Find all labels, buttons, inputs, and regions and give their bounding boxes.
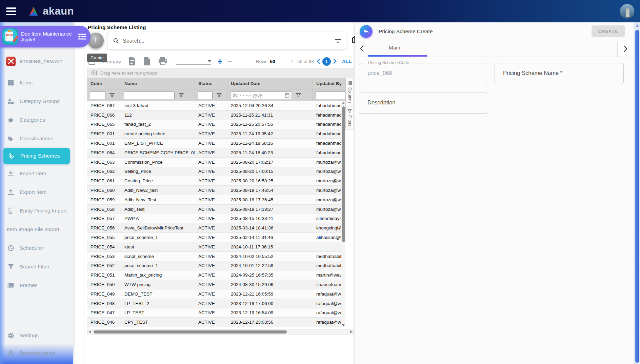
grid-hscroll-thumb[interactable] [94,330,287,333]
sidebar-item-settings[interactable]: Settings [0,327,73,344]
table-row[interactable]: PRICE_048 LP_TEST_2 ACTIVE 2023-12-19 17… [87,299,345,308]
row-groups-dropzone[interactable]: Drag here to set row groups [87,68,354,78]
pricing-scheme-listing-panel: Pricing Scheme Listing + 2 Create Summar… [75,22,354,364]
scroll-up-icon[interactable] [342,102,345,104]
name-filter-input[interactable] [124,92,175,99]
table-row[interactable]: PRICE_046 CPY_TEST ACTIVE 2023-12-17 23:… [87,318,345,327]
frames-icon [7,281,15,289]
search-input[interactable] [123,38,335,44]
column-header-updated-date[interactable]: Updated Date [227,78,313,89]
table-row[interactable]: PRICE_060 Adib_New2_test ACTIVE 2025-08-… [87,186,345,195]
sidebar-item-categories[interactable]: Categories [0,110,73,129]
listing-toolbar: Summary + − Rows:50 1 - 50 of 68 1 ALL [87,55,352,67]
name-filter-funnel-icon[interactable] [179,93,184,98]
template-dropdown[interactable] [176,58,211,65]
sidebar-item-items[interactable]: Items [0,73,73,92]
table-row[interactable]: PRICE_066 112 ACTIVE 2025-11-25 21:41:31… [87,110,345,120]
table-row[interactable]: PRICE_047 LP_TEST ACTIVE 2023-12-19 16:5… [87,308,345,318]
sidebar-collapse-icon[interactable] [78,33,86,40]
scheduler-icon [7,244,15,252]
columns-tool-tab[interactable]: Columns [346,78,354,106]
tabs-scroll-left-icon[interactable] [360,45,364,52]
window-scrollbar[interactable] [634,22,640,364]
window-scroll-thumb[interactable] [635,30,639,363]
applet-banner[interactable]: DOC Doc Item Maintenance Applet [0,26,91,47]
filters-tool-tab[interactable]: Filters [346,106,354,129]
sidebar-item-export-item[interactable]: Export Item [0,183,73,201]
user-avatar[interactable] [620,4,635,19]
table-row[interactable]: PRICE_054 ktest ACTIVE 2024-10-11 17:36:… [87,242,345,252]
column-header-updated-by[interactable]: Updated By [313,78,345,89]
sidebar-item-item-image-file-import[interactable]: Item Image File Import [0,220,73,239]
page-1-button[interactable]: 1 [322,57,331,66]
column-header-status[interactable]: Status [195,78,227,89]
column-header-name[interactable]: Name [121,78,195,89]
table-row[interactable]: PRICE_055 price_scheme_1 ACTIVE 2025-02-… [87,233,345,242]
table-row[interactable]: PRICE_056 Avva_SellBelowMinPriceTest ACT… [87,223,345,233]
export-file-icon[interactable] [128,57,136,66]
next-page-icon[interactable] [333,59,337,64]
table-row[interactable]: PRICE_001 create pricing schee ACTIVE 20… [87,129,345,139]
table-row[interactable]: PRICE_064 PRICE SCHEME COPY PRICE_001 AC… [87,148,345,158]
code-filter-funnel-icon[interactable] [109,93,115,98]
table-row[interactable]: PRICE_050 WTW pricing ACTIVE 2024-08-30 … [87,280,345,289]
sidebar-item-category-groups[interactable]: Category Groups [0,92,73,110]
table-row[interactable]: PRICE_058 Adib_Test ACTIVE 2025-08-18 17… [87,205,345,214]
table-row[interactable]: PRICE_065 fahad_test_2 ACTIVE 2025-11-25… [87,120,345,129]
sidebar-item-search-filter[interactable]: Search Filter [0,257,73,276]
table-row[interactable]: PRICE_067 test 3 fahad ACTIVE 2025-12-04… [87,101,345,110]
entity-pricing-icon [7,207,15,215]
create-tooltip: Create [87,54,107,62]
sidebar-item-scheduler[interactable]: Scheduler [0,239,73,257]
pricing-scheme-name-field[interactable]: Pricing Scheme Name * [495,63,624,84]
table-row[interactable]: PRICE_001 EMP_LIST_PRICE ACTIVE 2025-11-… [87,139,345,148]
updated-date-filter-input[interactable]: dd - - - - yyyy [230,92,292,99]
description-field[interactable]: Description [359,93,488,114]
sidebar-item-frames[interactable]: Frames [0,276,73,295]
table-row[interactable]: PRICE_059 Adib_New_Test ACTIVE 2025-08-1… [87,195,345,205]
scroll-down-icon[interactable] [342,324,345,326]
remove-column-icon[interactable]: − [227,58,232,65]
items-icon [7,79,15,87]
sidebar-item-pricing-schemes[interactable]: $ Pricing Schemes [3,148,70,164]
table-row[interactable]: PRICE_053 script_scheme ACTIVE 2024-10-0… [87,252,345,261]
table-row[interactable]: PRICE_061 Costing_Price ACTIVE 2025-08-2… [87,176,345,186]
tenant-selector[interactable]: STAGING_TENANT [0,54,73,69]
hamburger-menu-icon[interactable] [6,7,16,15]
blank-file-icon[interactable] [143,57,151,66]
scroll-left-icon[interactable] [88,330,91,333]
updated-by-filter-input[interactable] [316,92,345,99]
create-submit-button[interactable]: CREATE [592,25,625,37]
add-column-icon[interactable]: + [217,58,222,65]
grid-horizontal-scrollbar[interactable] [87,329,354,335]
tabs-scroll-right-icon[interactable] [617,41,634,57]
print-icon[interactable] [158,57,167,65]
code-filter-input[interactable] [90,92,105,99]
sidebar-item-import-item[interactable]: Import Item [0,164,73,183]
sidebar-item-classifications[interactable]: Classifications [0,129,73,148]
window-scroll-up-icon[interactable] [636,24,639,27]
table-row[interactable]: PRICE_063 Commission_Price ACTIVE 2025-0… [87,158,345,167]
status-filter-input[interactable] [198,92,213,99]
status-filter-funnel-icon[interactable] [217,93,222,98]
rows-count: Rows:50 [256,59,275,64]
filter-lines-icon[interactable] [335,38,341,44]
date-filter-funnel-icon[interactable] [296,93,301,98]
grid-vscroll-thumb[interactable] [342,106,345,242]
table-row[interactable]: PRICE_062 Selling_Price ACTIVE 2025-08-2… [87,167,345,177]
classifications-icon [7,135,15,143]
sidebar-item-personalization[interactable]: Personalization [0,344,73,362]
calendar-icon[interactable] [285,93,289,98]
table-row[interactable]: PRICE_052 price_scheme_1 ACTIVE 2024-10-… [87,261,345,271]
sidebar-item-entity-pricing-import[interactable]: Entity Pricing Import [0,201,73,220]
table-row[interactable]: PRICE_051 Martin_tax_pricing ACTIVE 2024… [87,270,345,280]
table-row[interactable]: PRICE_049 DEMO_TEST ACTIVE 2023-12-21 16… [87,289,345,299]
tab-main[interactable]: Main [389,45,400,51]
table-row[interactable]: PRICE_057 PWP A ACTIVE 2025-08-15 16:33:… [87,214,345,224]
back-button[interactable] [360,25,373,38]
all-pages-button[interactable]: ALL [342,59,352,64]
column-header-code[interactable]: Code [87,78,121,89]
prev-page-icon[interactable] [316,59,320,64]
grid-vertical-scrollbar[interactable] [341,101,345,327]
scroll-right-icon[interactable] [350,330,353,333]
